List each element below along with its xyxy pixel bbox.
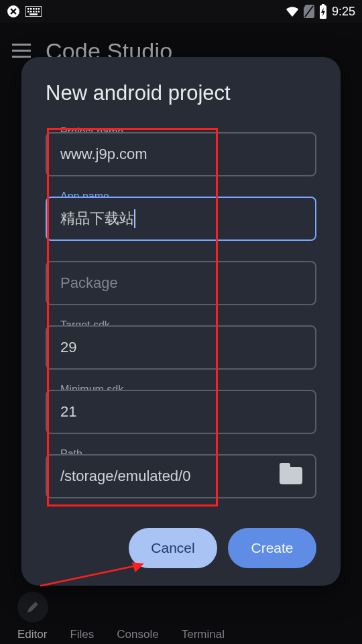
- no-sim-icon: [304, 5, 314, 18]
- cancel-button[interactable]: Cancel: [129, 528, 217, 568]
- svg-rect-5: [36, 8, 38, 10]
- target-sdk-field[interactable]: Target sdk 29: [46, 319, 316, 370]
- svg-rect-9: [33, 11, 35, 13]
- svg-rect-11: [38, 11, 40, 13]
- app-name-field[interactable]: App name 精品下载站: [46, 190, 316, 241]
- svg-rect-6: [38, 8, 40, 10]
- svg-rect-8: [30, 11, 32, 13]
- svg-rect-12: [29, 13, 38, 15]
- status-time: 9:25: [332, 5, 355, 19]
- path-field[interactable]: Path /storage/emulated/0: [46, 447, 316, 498]
- battery-charging-icon: [318, 4, 328, 19]
- svg-rect-15: [322, 4, 324, 6]
- svg-rect-7: [27, 11, 29, 13]
- keyboard-icon: [25, 6, 42, 17]
- close-circle-icon: [7, 5, 20, 18]
- minimum-sdk-field[interactable]: Minimum sdk 21: [46, 383, 316, 434]
- svg-rect-3: [30, 8, 32, 10]
- target-sdk-value: 29: [60, 339, 76, 356]
- svg-rect-4: [33, 8, 35, 10]
- minimum-sdk-value: 21: [60, 403, 76, 421]
- dialog-title: New android project: [46, 81, 316, 105]
- browse-folder-button[interactable]: [276, 462, 306, 489]
- path-value: /storage/emulated/0: [60, 468, 190, 485]
- svg-rect-2: [27, 8, 29, 10]
- package-placeholder: Package: [60, 274, 118, 292]
- text-caret: [134, 209, 135, 228]
- package-field[interactable]: Package: [46, 254, 316, 305]
- project-name-value: www.j9p.com: [60, 146, 147, 163]
- folder-icon: [280, 467, 302, 484]
- new-project-dialog: New android project Project name www.j9p…: [21, 57, 341, 586]
- project-name-field[interactable]: Project name www.j9p.com: [46, 125, 316, 176]
- app-name-value: 精品下载站: [60, 209, 134, 229]
- create-button[interactable]: Create: [228, 528, 316, 568]
- status-bar: 9:25: [0, 0, 362, 23]
- wifi-icon: [285, 5, 300, 17]
- svg-rect-10: [36, 11, 38, 13]
